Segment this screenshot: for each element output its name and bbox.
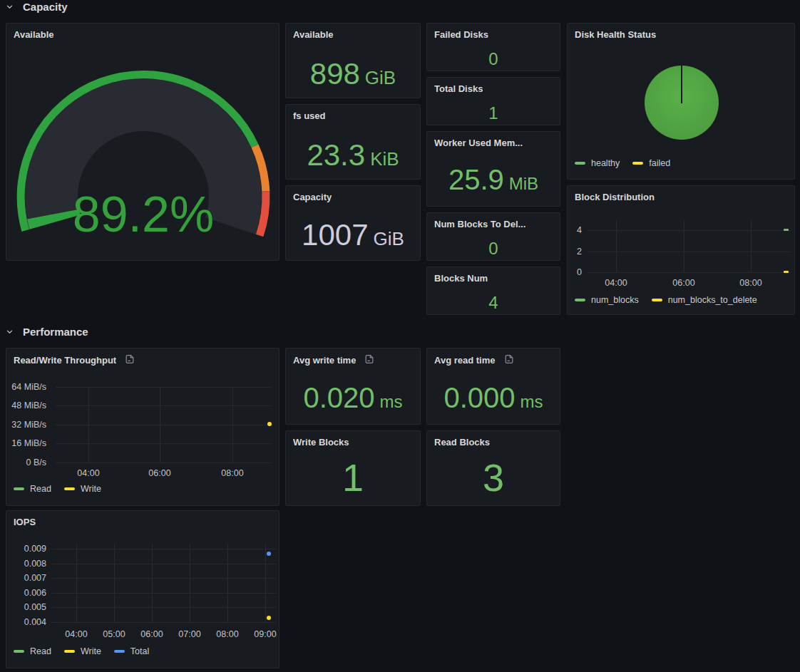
read-series-marker [14, 650, 24, 653]
gridline [114, 544, 115, 622]
panel-title[interactable]: Available [293, 29, 334, 40]
panel-title[interactable]: Disk Health Status [575, 29, 656, 40]
panel-block-distribution: Block Distribution 4 2 0 04:00 06:00 08:… [567, 185, 795, 315]
stat-value: 23.3 KiB [286, 140, 420, 170]
y-tick: 0.009 [6, 544, 46, 554]
legend-item-failed[interactable]: failed [632, 158, 670, 168]
panel-title[interactable]: Worker Used Mem... [434, 138, 523, 148]
stat-number: 1 [342, 458, 364, 497]
chart-legend: Read Write [14, 484, 114, 494]
gridline [88, 387, 89, 462]
y-tick: 0.004 [6, 617, 46, 627]
panel-description-icon[interactable] [125, 354, 135, 366]
panel-available-gauge: Available 89.2% [6, 23, 280, 261]
y-tick: 0.008 [6, 559, 46, 569]
section-capacity[interactable]: Capacity [6, 1, 68, 13]
section-performance-label[interactable]: Performance [23, 326, 88, 338]
y-tick: 32 MiB/s [6, 420, 46, 430]
gridline [227, 544, 228, 622]
legend-item-read[interactable]: Read [14, 646, 51, 656]
y-tick: 2 [568, 247, 582, 257]
stat-value: 898 GiB [286, 59, 420, 89]
gridline [684, 220, 684, 272]
x-tick: 04:00 [73, 468, 104, 478]
legend-item-num-blocks-to-delete[interactable]: num_blocks_to_delete [652, 295, 757, 305]
stat-value: 1 [427, 105, 560, 122]
legend-item-total[interactable]: Total [114, 646, 149, 656]
panel-title[interactable]: Total Disks [434, 83, 483, 94]
gauge-value-arc [53, 214, 55, 222]
stat-number: 898 [310, 59, 360, 89]
gridline [587, 272, 791, 273]
failed-series-marker [632, 162, 643, 165]
panel-title[interactable]: Read/Write Throughput [14, 354, 135, 366]
gridline [152, 544, 153, 622]
x-tick: 04:00 [600, 278, 632, 288]
panel-title[interactable]: IOPS [14, 517, 36, 527]
panel-title[interactable]: Block Distribution [575, 192, 655, 202]
stat-value: 25.9 MiB [427, 165, 560, 194]
panel-title[interactable]: Capacity [293, 192, 332, 202]
panel-title[interactable]: Blocks Num [434, 273, 488, 284]
pie-slice-divider [681, 66, 682, 103]
legend-item-write[interactable]: Write [64, 484, 101, 494]
y-tick: 48 MiB/s [6, 400, 46, 410]
stat-value: 0 [427, 240, 560, 257]
legend-item-num-blocks[interactable]: num_blocks [575, 295, 639, 305]
gridline [52, 622, 276, 623]
gridline [232, 387, 233, 462]
healthy-series-marker [575, 162, 585, 165]
panel-title[interactable]: Read Blocks [434, 437, 490, 448]
x-tick: 05:00 [98, 629, 130, 639]
x-tick: 06:00 [136, 629, 168, 639]
write-series-point [267, 422, 272, 426]
y-tick: 64 MiB/s [6, 382, 46, 392]
panel-title[interactable]: Num Blocks To Del... [434, 219, 525, 229]
legend-item-write[interactable]: Write [64, 646, 101, 656]
panel-total-disks: Total Disks 1 [426, 77, 560, 125]
gridline [52, 578, 276, 579]
y-tick: 16 MiB/s [6, 438, 46, 448]
panel-title[interactable]: Write Blocks [293, 437, 349, 448]
panel-description-icon[interactable] [364, 354, 374, 366]
panel-available-stat: Available 898 GiB [285, 23, 421, 98]
y-tick: 4 [568, 225, 582, 235]
section-performance[interactable]: Performance [6, 326, 88, 338]
stat-number: 1 [488, 105, 498, 122]
stat-number: 0.000 [443, 383, 515, 412]
stat-number: 25.9 [448, 165, 504, 194]
panel-title[interactable]: Avg read time [434, 354, 514, 366]
gridline [587, 252, 791, 252]
stat-unit: MiB [509, 175, 538, 192]
x-tick: 04:00 [61, 629, 92, 639]
stat-unit: KiB [370, 150, 399, 168]
panel-title[interactable]: Failed Disks [434, 29, 488, 40]
section-capacity-label[interactable]: Capacity [23, 1, 68, 13]
legend-item-read[interactable]: Read [14, 484, 51, 494]
dashboard: Capacity Available 89.2% Available 898 G… [0, 0, 800, 672]
stat-unit: ms [520, 393, 543, 410]
read-series-marker [14, 487, 24, 490]
gridline [52, 549, 276, 549]
legend-item-healthy[interactable]: healthy [575, 158, 620, 168]
panel-avg-read-time: Avg read time 0.000 ms [426, 348, 560, 425]
pie-legend: healthy failed [575, 158, 683, 168]
chevron-down-icon[interactable] [6, 3, 14, 11]
panel-description-icon[interactable] [504, 354, 514, 366]
panel-title[interactable]: Avg write time [293, 354, 374, 366]
panel-write-blocks: Write Blocks 1 [285, 430, 421, 506]
stat-value: 1007 GiB [286, 220, 420, 250]
stat-value: 1 [286, 458, 420, 497]
stat-number: 1007 [302, 220, 368, 250]
gridline [265, 544, 266, 622]
panel-rw-throughput: Read/Write Throughput 64 MiB/s 48 MiB/s … [6, 348, 280, 506]
chevron-down-icon[interactable] [6, 328, 14, 336]
gridline [160, 387, 160, 462]
stat-unit: ms [380, 393, 403, 410]
panel-title[interactable]: fs used [293, 110, 326, 121]
chart-legend: num_blocks num_blocks_to_delete [575, 295, 770, 305]
write-series-marker [64, 487, 75, 490]
panel-blocks-num: Blocks Num 4 [426, 267, 560, 315]
gauge-chart: 89.2% [6, 24, 280, 260]
num-blocks-series-segment [784, 229, 789, 231]
